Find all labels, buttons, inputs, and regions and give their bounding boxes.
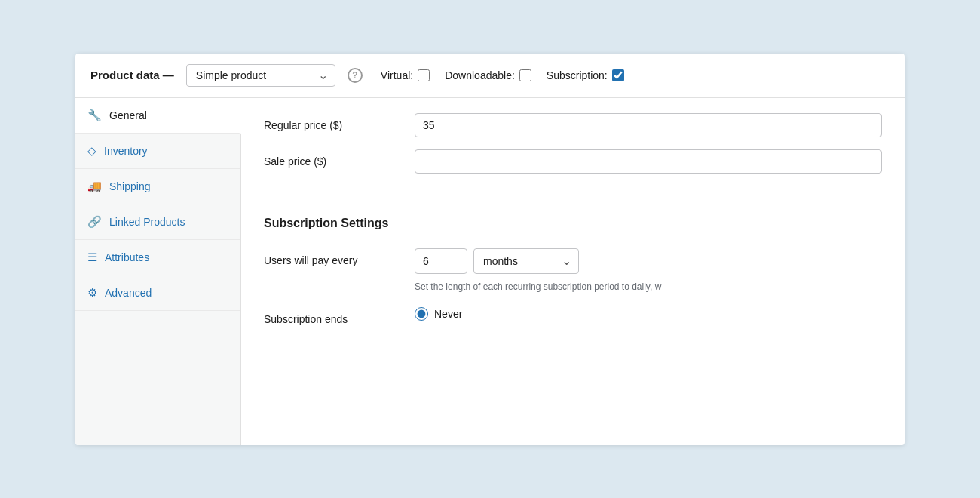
sidebar-item-linked-products[interactable]: 🔗 Linked Products xyxy=(75,204,240,240)
interval-inputs-row: days weeks months years ⌄ xyxy=(415,248,661,274)
sale-price-input[interactable] xyxy=(415,149,882,174)
sidebar-item-shipping-label: Shipping xyxy=(109,180,151,192)
sidebar-item-inventory[interactable]: ◇ Inventory xyxy=(75,134,240,169)
sidebar-item-attributes[interactable]: ☰ Attributes xyxy=(75,240,240,275)
virtual-option: Virtual: xyxy=(381,69,430,81)
virtual-checkbox[interactable] xyxy=(418,69,430,81)
never-radio-row: Never xyxy=(415,307,462,321)
sidebar-item-shipping[interactable]: 🚚 Shipping xyxy=(75,169,240,204)
virtual-label: Virtual: xyxy=(381,69,413,81)
downloadable-option: Downloadable: xyxy=(445,69,531,81)
subscription-ends-row: Subscription ends Never xyxy=(264,307,882,325)
price-section: Regular price ($) Sale price ($) xyxy=(264,98,882,201)
attributes-icon: ☰ xyxy=(87,251,97,264)
subscription-ends-controls: Never xyxy=(415,307,462,321)
wrench-icon: 🔧 xyxy=(87,109,102,122)
subscription-checkbox[interactable] xyxy=(612,69,624,81)
downloadable-label: Downloadable: xyxy=(445,69,515,81)
sale-price-label: Sale price ($) xyxy=(264,155,415,168)
inventory-icon: ◇ xyxy=(87,144,96,158)
regular-price-label: Regular price ($) xyxy=(264,119,415,131)
sidebar-item-linked-products-label: Linked Products xyxy=(109,216,185,228)
period-select[interactable]: days weeks months years xyxy=(473,248,579,274)
subscription-label: Subscription: xyxy=(547,69,608,81)
sidebar-item-advanced[interactable]: ⚙ Advanced xyxy=(75,275,240,311)
help-icon[interactable]: ? xyxy=(348,68,363,83)
never-radio-label: Never xyxy=(434,308,462,320)
product-type-select-wrap[interactable]: Simple product Variable product Grouped … xyxy=(186,64,335,87)
period-select-wrap[interactable]: days weeks months years ⌄ xyxy=(473,248,579,274)
main-content: Regular price ($) Sale price ($) Subscri… xyxy=(241,98,905,445)
sidebar-item-general-label: General xyxy=(109,109,147,121)
users-pay-controls: days weeks months years ⌄ Set the length… xyxy=(415,248,661,292)
header-options: Virtual: Downloadable: Subscription: xyxy=(381,69,624,81)
interval-number-input[interactable] xyxy=(415,248,467,274)
gear-icon: ⚙ xyxy=(87,286,97,300)
product-data-label: Product data — xyxy=(90,69,174,81)
subscription-settings-title: Subscription Settings xyxy=(264,217,882,230)
product-header: Product data — Simple product Variable p… xyxy=(75,54,905,98)
interval-description: Set the length of each recurring subscri… xyxy=(415,281,661,292)
subscription-option: Subscription: xyxy=(547,69,624,81)
sidebar-item-general[interactable]: 🔧 General xyxy=(75,98,241,134)
users-pay-row: Users will pay every days weeks months y… xyxy=(264,248,882,292)
product-body: 🔧 General ◇ Inventory 🚚 Shipping 🔗 Linke… xyxy=(75,98,905,445)
never-radio[interactable] xyxy=(415,307,428,321)
regular-price-row: Regular price ($) xyxy=(264,113,882,137)
shipping-icon: 🚚 xyxy=(87,180,102,193)
product-data-card: Product data — Simple product Variable p… xyxy=(75,54,905,445)
link-icon: 🔗 xyxy=(87,215,102,229)
sidebar-item-inventory-label: Inventory xyxy=(104,145,148,157)
subscription-ends-label: Subscription ends xyxy=(264,307,415,325)
sidebar-item-advanced-label: Advanced xyxy=(105,287,152,299)
subscription-section: Subscription Settings Users will pay eve… xyxy=(264,201,882,325)
sidebar: 🔧 General ◇ Inventory 🚚 Shipping 🔗 Linke… xyxy=(75,98,241,445)
users-pay-label: Users will pay every xyxy=(264,248,415,266)
regular-price-input[interactable] xyxy=(415,113,882,137)
sidebar-item-attributes-label: Attributes xyxy=(105,251,149,263)
downloadable-checkbox[interactable] xyxy=(519,69,531,81)
sale-price-row: Sale price ($) xyxy=(264,149,882,174)
product-type-select[interactable]: Simple product Variable product Grouped … xyxy=(186,64,335,87)
